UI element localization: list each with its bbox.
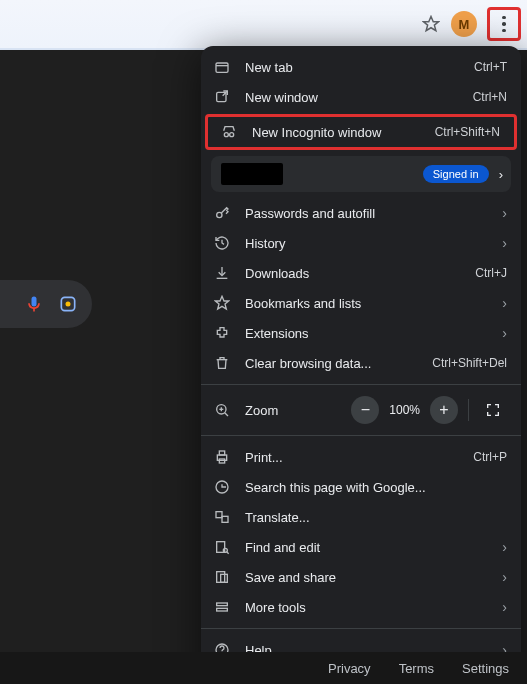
menu-find-edit[interactable]: Find and edit ›	[201, 532, 521, 562]
avatar-initial: M	[459, 17, 470, 32]
fullscreen-button[interactable]	[479, 396, 507, 424]
menu-shortcut: Ctrl+P	[473, 450, 507, 464]
menu-save-share[interactable]: Save and share ›	[201, 562, 521, 592]
menu-label: Save and share	[245, 570, 488, 585]
zoom-icon	[213, 402, 231, 418]
menu-new-window[interactable]: New window Ctrl+N	[201, 82, 521, 112]
menu-label: New Incognito window	[252, 125, 421, 140]
svg-point-10	[217, 212, 222, 217]
key-icon	[213, 205, 231, 221]
svg-marker-11	[215, 296, 228, 309]
new-window-icon	[213, 89, 231, 105]
menu-bookmarks[interactable]: Bookmarks and lists ›	[201, 288, 521, 318]
menu-shortcut: Ctrl+Shift+N	[435, 125, 500, 139]
chevron-right-icon: ›	[502, 539, 507, 555]
menu-history[interactable]: History ›	[201, 228, 521, 258]
svg-rect-3	[216, 63, 228, 72]
find-icon	[213, 539, 231, 555]
chevron-right-icon: ›	[502, 205, 507, 221]
menu-label: More tools	[245, 600, 488, 615]
menu-extensions[interactable]: Extensions ›	[201, 318, 521, 348]
menu-label: Zoom	[245, 403, 337, 418]
google-icon	[213, 479, 231, 495]
menu-new-tab[interactable]: New tab Ctrl+T	[201, 52, 521, 82]
menu-label: New window	[245, 90, 459, 105]
menu-label: History	[245, 236, 488, 251]
incognito-highlight: New Incognito window Ctrl+Shift+N	[205, 114, 517, 150]
zoom-out-button[interactable]: −	[351, 396, 379, 424]
profile-row[interactable]: Signed in ›	[211, 156, 511, 192]
browser-topbar: M	[0, 0, 527, 50]
svg-point-8	[230, 133, 234, 137]
bookmark-icon	[213, 295, 231, 311]
svg-rect-27	[217, 603, 228, 606]
print-icon	[213, 449, 231, 465]
profile-avatar[interactable]: M	[451, 11, 477, 37]
footer-settings[interactable]: Settings	[462, 661, 509, 676]
save-icon	[213, 569, 231, 585]
download-icon	[213, 265, 231, 281]
menu-shortcut: Ctrl+J	[475, 266, 507, 280]
new-tab-icon	[213, 59, 231, 75]
zoom-in-button[interactable]: +	[430, 396, 458, 424]
bookmark-star-icon[interactable]	[421, 14, 441, 34]
menu-label: Clear browsing data...	[245, 356, 418, 371]
overflow-menu-button[interactable]	[494, 14, 514, 34]
menu-label: Downloads	[245, 266, 461, 281]
chevron-right-icon: ›	[502, 569, 507, 585]
svg-line-24	[227, 552, 229, 554]
menu-label: Find and edit	[245, 540, 488, 555]
menu-shortcut: Ctrl+N	[473, 90, 507, 104]
menu-passwords[interactable]: Passwords and autofill ›	[201, 198, 521, 228]
translate-icon	[213, 509, 231, 525]
menu-label: Passwords and autofill	[245, 206, 488, 221]
zoom-value: 100%	[383, 403, 426, 417]
menu-separator	[201, 435, 521, 436]
chevron-right-icon: ›	[499, 167, 503, 182]
lens-search-icon[interactable]	[58, 294, 78, 314]
menu-label: Extensions	[245, 326, 488, 341]
search-tools-pill	[0, 280, 92, 328]
menu-print[interactable]: Print... Ctrl+P	[201, 442, 521, 472]
menu-more-tools[interactable]: More tools ›	[201, 592, 521, 622]
footer-terms[interactable]: Terms	[399, 661, 434, 676]
chrome-main-menu: New tab Ctrl+T New window Ctrl+N New Inc…	[201, 46, 521, 684]
svg-rect-20	[216, 512, 222, 518]
chevron-right-icon: ›	[502, 325, 507, 341]
menu-label: Bookmarks and lists	[245, 296, 488, 311]
menu-translate[interactable]: Translate...	[201, 502, 521, 532]
menu-shortcut: Ctrl+Shift+Del	[432, 356, 507, 370]
menu-zoom: Zoom − 100% +	[201, 391, 521, 429]
chevron-right-icon: ›	[502, 235, 507, 251]
svg-rect-21	[222, 516, 228, 522]
menu-clear-data[interactable]: Clear browsing data... Ctrl+Shift+Del	[201, 348, 521, 378]
menu-separator	[201, 628, 521, 629]
svg-marker-0	[424, 17, 439, 31]
svg-point-7	[224, 133, 228, 137]
menu-separator	[201, 384, 521, 385]
chevron-right-icon: ›	[502, 295, 507, 311]
overflow-menu-highlight	[487, 7, 521, 41]
puzzle-icon	[213, 325, 231, 341]
zoom-controls: − 100% +	[351, 396, 507, 424]
voice-search-icon[interactable]	[24, 294, 44, 314]
page-footer: Privacy Terms Settings	[0, 652, 527, 684]
footer-privacy[interactable]: Privacy	[328, 661, 371, 676]
menu-new-incognito[interactable]: New Incognito window Ctrl+Shift+N	[208, 117, 514, 147]
menu-downloads[interactable]: Downloads Ctrl+J	[201, 258, 521, 288]
history-icon	[213, 235, 231, 251]
menu-search-google[interactable]: Search this page with Google...	[201, 472, 521, 502]
tools-icon	[213, 599, 231, 615]
signed-in-pill: Signed in	[423, 165, 489, 183]
svg-rect-17	[219, 451, 224, 455]
menu-label: Search this page with Google...	[245, 480, 507, 495]
menu-label: New tab	[245, 60, 460, 75]
svg-line-13	[225, 413, 228, 416]
svg-point-2	[66, 302, 71, 307]
svg-rect-28	[217, 608, 228, 611]
divider	[468, 399, 469, 421]
incognito-icon	[220, 124, 238, 140]
menu-label: Translate...	[245, 510, 507, 525]
trash-icon	[213, 355, 231, 371]
chevron-right-icon: ›	[502, 599, 507, 615]
